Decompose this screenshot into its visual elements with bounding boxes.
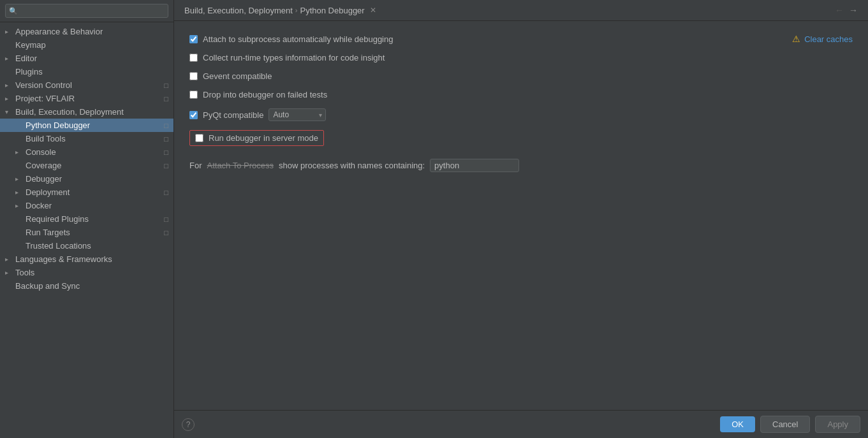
- sidebar-item-debugger[interactable]: ▸Debugger: [0, 172, 173, 186]
- search-icon: 🔍: [9, 7, 18, 15]
- process-filter-input[interactable]: [430, 159, 519, 172]
- sidebar-label-python_debugger: Python Debugger: [26, 120, 164, 130]
- sidebar-icon-right-deployment: □: [164, 189, 168, 196]
- attach-label-show: show processes with names containing:: [279, 161, 425, 170]
- checkbox-gevent-input[interactable]: [189, 72, 198, 80]
- checkbox-collect-types-input[interactable]: [189, 54, 198, 62]
- search-input[interactable]: [5, 4, 168, 18]
- breadcrumb-separator: ›: [295, 6, 298, 14]
- expand-arrow-project: ▸: [5, 95, 13, 102]
- search-box: 🔍: [0, 0, 173, 22]
- sidebar-item-plugins[interactable]: Plugins: [0, 65, 173, 78]
- sidebar-icon-right-coverage: □: [164, 162, 168, 170]
- sidebar-label-tools: Tools: [15, 268, 168, 277]
- help-icon[interactable]: ?: [182, 418, 195, 431]
- sidebar-label-coverage: Coverage: [26, 161, 164, 170]
- dialog-body: 🔍 ▸Appearance & BehaviorKeymap▸EditorPlu…: [0, 0, 868, 438]
- sidebar-label-editor: Editor: [15, 54, 168, 63]
- expand-arrow-console: ▸: [15, 149, 23, 156]
- breadcrumb-current: Python Debugger: [300, 6, 364, 15]
- sidebar-label-build_tools: Build Tools: [26, 134, 164, 143]
- sidebar-label-deployment: Deployment: [26, 187, 164, 197]
- sidebar-label-plugins: Plugins: [15, 67, 168, 77]
- checkbox-pyqt-input[interactable]: [189, 111, 198, 119]
- expand-arrow-debugger: ▸: [15, 175, 23, 182]
- sidebar-label-keymap: Keymap: [15, 40, 168, 50]
- sidebar-icon-right-run_targets: □: [164, 229, 168, 237]
- expand-arrow-docker: ▸: [15, 202, 23, 209]
- forward-arrow-icon[interactable]: →: [849, 5, 858, 15]
- sidebar-label-run_targets: Run Targets: [26, 228, 164, 237]
- sidebar-item-deployment[interactable]: ▸Deployment□: [0, 186, 173, 199]
- checkbox-debugger-failed-tests-label: Drop into debugger on failed tests: [203, 90, 327, 99]
- sidebar-item-version_control[interactable]: ▸Version Control□: [0, 78, 173, 92]
- sidebar-label-build_exec_deploy: Build, Execution, Deployment: [15, 107, 168, 117]
- sidebar-item-python_debugger[interactable]: Python Debugger□: [0, 119, 173, 132]
- expand-arrow-build_exec_deploy: ▾: [5, 108, 13, 115]
- breadcrumb: Build, Execution, Deployment › Python De…: [184, 6, 831, 15]
- checkbox-server-mode-input[interactable]: [195, 134, 203, 142]
- expand-arrow-appearance: ▸: [5, 28, 13, 35]
- checkbox-collect-types-label: Collect run-time types information for c…: [203, 53, 385, 62]
- title-bar: Build, Execution, Deployment › Python De…: [174, 0, 868, 21]
- attach-label-for: For: [189, 161, 202, 170]
- checkbox-debugger-failed-tests: Drop into debugger on failed tests: [189, 90, 853, 99]
- sidebar-icon-right-console: □: [164, 149, 168, 156]
- back-arrow-icon[interactable]: ←: [835, 5, 844, 15]
- sidebar-item-tools[interactable]: ▸Tools: [0, 266, 173, 279]
- pyqt-dropdown[interactable]: Auto PyQt4 PyQt5: [268, 108, 326, 121]
- sidebar-label-required_plugins: Required Plugins: [26, 214, 164, 224]
- nav-arrows: ← →: [835, 5, 858, 15]
- sidebar-label-version_control: Version Control: [15, 80, 164, 90]
- checkbox-debugger-failed-tests-input[interactable]: [189, 91, 198, 99]
- sidebar-label-trusted_locations: Trusted Locations: [26, 241, 168, 251]
- clear-caches-warning: ⚠ Clear caches: [792, 34, 853, 44]
- expand-arrow-editor: ▸: [5, 55, 13, 62]
- checkbox-attach-subprocess-input[interactable]: [189, 35, 198, 43]
- sidebar-label-docker: Docker: [26, 201, 168, 210]
- sidebar-item-languages_frameworks[interactable]: ▸Languages & Frameworks: [0, 252, 173, 266]
- sidebar-icon-right-python_debugger: □: [164, 122, 168, 129]
- attach-label-strikethrough: Attach To Process: [207, 161, 274, 170]
- sidebar-label-appearance: Appearance & Behavior: [15, 27, 168, 36]
- sidebar-item-console[interactable]: ▸Console□: [0, 145, 173, 159]
- sidebar-item-build_tools[interactable]: Build Tools□: [0, 132, 173, 145]
- sidebar-item-trusted_locations[interactable]: Trusted Locations: [0, 239, 173, 252]
- sidebar-item-project[interactable]: ▸Project: VFLAIR□: [0, 92, 173, 105]
- sidebar-icon-right-required_plugins: □: [164, 215, 168, 223]
- checkbox-collect-types: Collect run-time types information for c…: [189, 53, 853, 62]
- search-wrapper: 🔍: [5, 4, 168, 18]
- sidebar-item-backup_sync[interactable]: Backup and Sync: [0, 279, 173, 293]
- sidebar-item-docker[interactable]: ▸Docker: [0, 199, 173, 212]
- sidebar-label-console: Console: [26, 147, 164, 157]
- bottom-bar: ? OK Cancel Apply: [174, 410, 868, 438]
- checkbox-attach-subprocess: Attach to subprocess automatically while…: [189, 34, 792, 44]
- sidebar-item-editor[interactable]: ▸Editor: [0, 52, 173, 65]
- sidebar-tree: ▸Appearance & BehaviorKeymap▸EditorPlugi…: [0, 22, 173, 438]
- attach-process-row: For Attach To Process show processes wit…: [189, 159, 853, 172]
- sidebar-item-keymap[interactable]: Keymap: [0, 38, 173, 52]
- breadcrumb-parent: Build, Execution, Deployment: [184, 6, 293, 15]
- checkbox-attach-subprocess-label: Attach to subprocess automatically while…: [203, 34, 393, 44]
- clear-caches-link[interactable]: Clear caches: [804, 34, 853, 44]
- sidebar-item-required_plugins[interactable]: Required Plugins□: [0, 212, 173, 226]
- expand-arrow-languages_frameworks: ▸: [5, 256, 13, 263]
- expand-arrow-version_control: ▸: [5, 82, 13, 89]
- apply-button[interactable]: Apply: [815, 416, 860, 433]
- sidebar-label-debugger: Debugger: [26, 174, 168, 184]
- settings-dialog: 🔍 ▸Appearance & BehaviorKeymap▸EditorPlu…: [0, 0, 868, 438]
- pyqt-row: PyQt compatible Auto PyQt4 PyQt5 ▾: [189, 108, 853, 121]
- sidebar-item-run_targets[interactable]: Run Targets□: [0, 226, 173, 239]
- sidebar-item-coverage[interactable]: Coverage□: [0, 159, 173, 172]
- checkbox-pyqt-label: PyQt compatible: [203, 110, 263, 120]
- sidebar-label-project: Project: VFLAIR: [15, 94, 164, 103]
- ok-button[interactable]: OK: [720, 416, 755, 432]
- sidebar-item-build_exec_deploy[interactable]: ▾Build, Execution, Deployment: [0, 105, 173, 119]
- main-content: Build, Execution, Deployment › Python De…: [174, 0, 868, 438]
- sidebar-item-appearance[interactable]: ▸Appearance & Behavior: [0, 25, 173, 38]
- sidebar-icon-right-build_tools: □: [164, 135, 168, 143]
- cancel-button[interactable]: Cancel: [760, 416, 810, 433]
- sidebar-icon-right-project: □: [164, 95, 168, 103]
- pyqt-dropdown-wrapper: Auto PyQt4 PyQt5 ▾: [268, 108, 326, 121]
- breadcrumb-close-icon[interactable]: ✕: [370, 6, 376, 15]
